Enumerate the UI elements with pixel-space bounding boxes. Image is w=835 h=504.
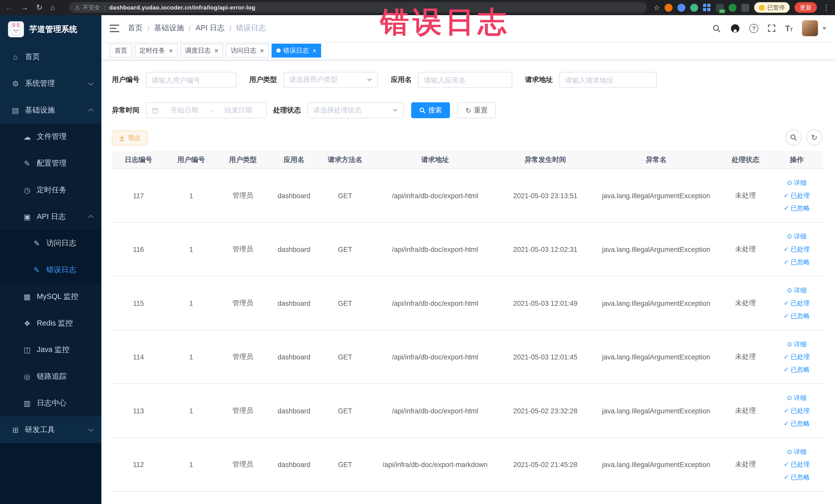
sidebar-item-trace[interactable]: ◎链路追踪 [0,363,101,390]
paused-button[interactable]: 已暂停 [754,2,790,13]
api-log-icon: ▣ [22,213,32,221]
action-ignored[interactable]: ✓已忽略 [784,311,810,320]
sidebar-item-mysql-monitor[interactable]: ▦MySQL 监控 [0,283,101,310]
sidebar-item-label: Redis 监控 [37,319,73,328]
extension-on-badge: on [719,9,725,13]
extension-2-icon[interactable] [677,3,685,11]
action-processed[interactable]: ✓已处理 [784,352,810,361]
extension-3-icon[interactable] [703,3,711,11]
sidebar-item-file-manage[interactable]: ☁文件管理 [0,123,101,150]
tab-1[interactable]: 定时任务× [135,44,178,58]
browser-reload-icon[interactable]: ↻ [36,4,42,11]
action-detail[interactable]: ⊙详细 [787,447,807,456]
sidebar-item-access-log[interactable]: ✎访问日志 [0,230,101,257]
refresh-button[interactable]: ↻ [806,129,822,145]
sidebar-item-api-log[interactable]: ▣API 日志 [0,204,101,230]
tab-close-icon[interactable]: × [260,47,264,54]
action-processed[interactable]: ✓已处理 [784,299,810,308]
search-button[interactable]: 搜索 [411,102,450,118]
action-processed[interactable]: ✓已处理 [784,460,810,469]
action-detail[interactable]: ⊙详细 [787,286,807,295]
sidebar-item-infrastructure[interactable]: ▤基础设施 [0,97,101,124]
table-cell: 2021-05-03 12:01:49 [500,299,591,307]
update-button[interactable]: 更新 [794,2,817,13]
browser-back-icon[interactable]: ← [5,4,13,11]
extension-1-icon[interactable] [665,3,673,11]
breadcrumb-separator: / [229,24,231,32]
action-detail[interactable]: ⊙详细 [787,232,807,241]
table-row: 1141管理员dashboardGET/api/infra/db-doc/exp… [112,330,823,384]
action-ignored[interactable]: ✓已忽略 [784,473,810,482]
action-processed[interactable]: ✓已处理 [784,245,810,254]
action-processed[interactable]: ✓已处理 [784,191,810,200]
extension-pin-icon[interactable] [741,3,749,11]
column-header: 异常发生时间 [500,155,591,164]
user-type-select[interactable]: 请选择用户类型 [283,72,378,88]
request-url-input[interactable] [559,72,657,88]
process-status-select[interactable]: 请选择处理状态 [307,102,404,118]
app-name-input[interactable] [418,72,512,88]
breadcrumb-home[interactable]: 首页 [128,23,143,33]
tab-close-icon[interactable]: × [214,47,219,54]
tab-close-icon[interactable]: × [312,47,317,54]
user-id-input[interactable] [146,72,237,88]
table-cell: GET [320,461,371,468]
sidebar-item-config-manage[interactable]: ✎配置管理 [0,150,101,177]
address-bar[interactable]: ⚠ 不安全 | dashboard.yudao.iocoder.cn/infra… [69,2,647,13]
tab-4[interactable]: 错误日志× [271,44,321,58]
table-cell: java.lang.IllegalArgumentException [591,299,721,307]
help-icon[interactable]: ? [750,24,758,33]
extension-4-icon[interactable]: on [716,3,724,11]
sidebar-item-redis-monitor[interactable]: ❖Redis 监控 [0,310,101,337]
bookmark-star-icon[interactable]: ☆ [653,3,660,11]
search-toggle-button[interactable] [786,129,801,145]
table-cell: 管理员 [217,406,268,416]
fullscreen-icon[interactable] [768,24,776,32]
font-size-icon[interactable]: TT [785,24,793,32]
tab-3[interactable]: 访问日志× [226,44,269,58]
action-ignored[interactable]: ✓已忽略 [784,258,810,266]
table-cell: 未处理 [721,298,770,308]
avatar-caret-icon[interactable] [822,27,827,29]
tab-close-icon[interactable]: × [169,47,173,54]
mysql-monitor-icon: ▦ [22,293,32,301]
sidebar-item-system-manage[interactable]: ⚙系统管理 [0,70,101,97]
avatar[interactable] [802,20,818,36]
browser-forward-icon[interactable]: → [21,4,28,11]
sidebar-item-log-center[interactable]: ▥日志中心 [0,390,101,417]
exception-time-range[interactable]: 开始日期 - 结束日期 [146,102,267,118]
action-label: 详细 [794,447,807,456]
action-label: 详细 [794,286,807,295]
action-processed[interactable]: ✓已处理 [784,406,810,415]
action-ignored[interactable]: ✓已忽略 [784,365,810,374]
sidebar-item-java-monitor[interactable]: ◫Java 监控 [0,337,101,363]
breadcrumb-api-log[interactable]: API 日志 [196,23,225,33]
tab-0[interactable]: 首页 [109,44,132,58]
table-cell: /api/infra/db-doc/export-html [371,245,500,253]
sidebar-item-error-log[interactable]: ✎错误日志 [0,257,101,283]
action-ignored[interactable]: ✓已忽略 [784,204,810,213]
table-cell: 1 [165,299,217,307]
sidebar-item-dev-tools[interactable]: ⊞研发工具 [0,417,101,443]
tab-2[interactable]: 调度日志× [180,44,223,58]
action-detail[interactable]: ⊙详细 [787,340,807,349]
action-detail[interactable]: ⊙详细 [787,178,807,187]
vue-devtools-icon[interactable] [690,3,698,11]
browser-home-icon[interactable]: ⌂ [50,4,55,11]
table-cell: 未处理 [721,191,770,200]
export-button[interactable]: 导出 [112,130,148,145]
action-label: 已处理 [791,352,810,361]
sidebar-item-scheduled-task[interactable]: ◷定时任务 [0,177,101,204]
breadcrumb-infrastructure[interactable]: 基础设施 [154,23,184,33]
action-ignored[interactable]: ✓已忽略 [784,419,810,428]
sidebar-item-home[interactable]: ⌂首页 [0,44,101,70]
reset-button[interactable]: ↻ 重置 [457,102,496,118]
github-icon[interactable] [730,23,740,33]
logo[interactable]: 芋道管理系统 [0,15,101,44]
action-detail[interactable]: ⊙详细 [787,394,807,402]
browser-menu-icon[interactable]: ⋮ [823,3,830,11]
search-icon[interactable] [712,24,721,33]
extension-5-icon[interactable] [729,3,736,11]
action-label: 已处理 [791,191,810,200]
sidebar-collapse-icon[interactable] [109,24,119,32]
